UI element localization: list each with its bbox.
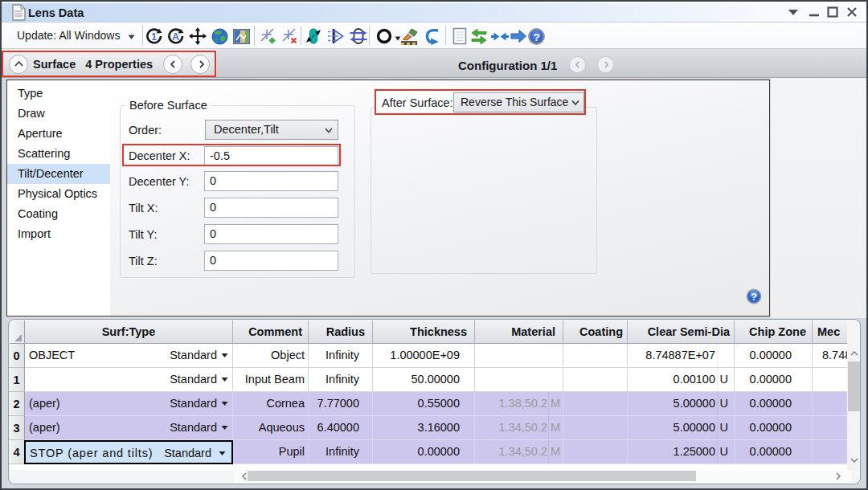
svg-text:?: ? bbox=[751, 292, 757, 303]
svg-text:1: 1 bbox=[151, 31, 157, 43]
svg-text:A: A bbox=[172, 31, 179, 43]
svg-text:?: ? bbox=[533, 31, 539, 43]
